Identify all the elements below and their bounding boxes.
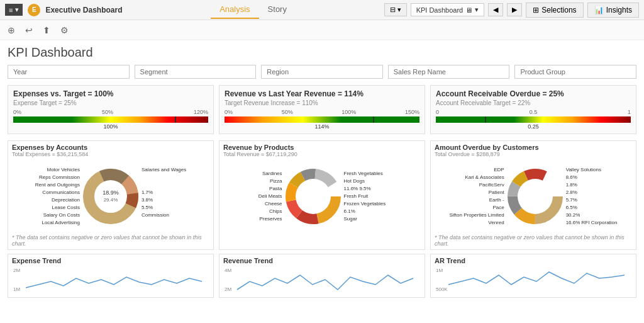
tab-story[interactable]: Story [259,1,296,19]
chart-revenue-subtitle: Total Revenue = $67,119,290 [223,151,421,157]
chart-revenue-donut: Sardines Pizza Pasta Deli Meats Cheese C… [223,159,421,234]
svg-text:1M: 1M [436,268,443,273]
toolbar-left: ≡ ▾ E Executive Dashboard [5,4,122,16]
nav-back-button[interactable]: ◀ [488,3,503,16]
filter-year[interactable]: Year [8,65,130,79]
menu-arrow: ▾ [15,6,19,14]
filter-row: Year Segment Region Sales Rep Name Produ… [8,65,636,79]
svg-text:1M: 1M [13,286,20,292]
trend-ar-line [448,272,625,285]
kpi-revenue-bar [225,116,419,123]
overdue-donut-svg [507,168,564,225]
export-icon[interactable]: ⬆ [40,24,53,37]
selections-grid-icon: ⊞ [533,6,539,14]
kpi-ar-title: Account Receivable Overdue = 25% [436,89,631,98]
kpi-ar-subtitle: Account Receivable Target = 22% [436,99,631,106]
tab-analysis[interactable]: Analysis [211,1,258,19]
zoom-icon[interactable]: ⊕ [5,24,18,37]
app-title: Executive Dashboard [45,6,122,14]
chart-overdue-title: Amount Overdue by Customers [435,144,632,151]
chart-expenses-subtitle: Total Expenses = $36,215,584 [12,151,209,157]
charts-section: Expenses by Accounts Total Expenses = $3… [8,140,636,250]
kpi-ar-value: 0.25 [436,123,631,130]
page-title: KPI Dashboard [8,45,636,60]
trend-expense-line [26,277,202,288]
trend-revenue: Revenue Trend 4M 2M [219,254,425,298]
settings-icon[interactable]: ⚙ [58,24,71,37]
chart-overdue-footnote: * The data set contains negative or zero… [435,234,632,247]
svg-text:29.4%: 29.4% [104,197,118,203]
trend-expense-svg: 2M 1M [12,266,209,297]
filter-segment-label: Segment [140,68,168,76]
filter-segment[interactable]: Segment [135,65,257,79]
undo-icon[interactable]: ↩ [23,24,35,37]
insights-chart-icon: 📊 [594,6,604,14]
svg-text:18.9%: 18.9% [103,190,119,196]
kpi-expenses-bar [13,116,208,123]
trend-expense: Expense Trend 2M 1M [8,254,214,298]
trends-section: Expense Trend 2M 1M Revenue Trend 4M 2M … [8,254,636,298]
kpi-revenue-labels: 0%50%100%150% [225,109,419,115]
bookmark-button[interactable]: ⊟ ▾ [384,3,407,16]
chart-overdue-subtitle: Total Overdue = $288,879 [435,151,632,157]
trend-ar: AR Trend 1M 500K [430,254,636,298]
chart-overdue-donut: EDP Kari & Associates PacificServ Patien… [435,159,632,234]
revenue-legend-left: Sardines Pizza Pasta Deli Meats Cheese C… [258,170,282,223]
svg-text:4M: 4M [225,268,231,273]
chart-revenue: Revenue by Products Total Revenue = $67,… [219,140,425,250]
svg-text:2M: 2M [225,286,231,292]
filter-year-label: Year [13,68,27,76]
selections-button[interactable]: ⊞ Selections [526,3,583,18]
trend-revenue-line [237,275,413,290]
expenses-gradient [13,116,208,123]
dashboard-name-text: KPI Dashboard [416,6,464,14]
chart-revenue-title: Revenue by Products [223,144,421,151]
expenses-marker [175,116,176,123]
nav-forward-button[interactable]: ▶ [507,3,522,16]
kpi-expenses: Expenses vs. Target = 100% Expense Targe… [8,85,214,134]
kpi-expenses-subtitle: Expense Target = 25% [13,99,208,106]
kpi-ar-labels: 00.51 [436,109,631,115]
kpi-expenses-title: Expenses vs. Target = 100% [13,89,208,98]
secondary-toolbar: ⊕ ↩ ⬆ ⚙ [0,20,644,40]
kpi-expenses-value: 100% [13,123,208,130]
bookmark-arrow: ▾ [397,6,401,14]
menu-button[interactable]: ≡ ▾ [5,4,23,16]
overdue-legend-left: EDP Kari & Associates PacificServ Patien… [450,166,504,227]
revenue-legend-right: Fresh Vegetables Hot Dogs 11.6% 9.5% Fre… [344,170,386,223]
svg-point-13 [296,179,331,214]
expenses-legend-right: Salaries and Wages 1.7% 3.8% 5.5% Commis… [142,166,186,227]
ar-marker [485,116,486,123]
kpi-ar: Account Receivable Overdue = 25% Account… [430,85,636,134]
toolbar-tabs: Analysis Story [211,1,296,19]
dashboard-arrow: ▾ [475,6,479,14]
trend-revenue-svg: 4M 2M [223,266,421,297]
svg-text:2M: 2M [13,268,20,273]
filter-salesrep[interactable]: Sales Rep Name [388,65,510,79]
insights-button[interactable]: 📊 Insights [587,3,639,18]
toolbar-right: ⊟ ▾ KPI Dashboard 🖥 ▾ ◀ ▶ ⊞ Selections 📊… [384,3,639,18]
expenses-legend-left: Motor Vehicles Reps Commission Rent and … [35,166,80,227]
chart-overdue: Amount Overdue by Customers Total Overdu… [430,140,636,250]
filter-productgroup[interactable]: Product Group [514,65,636,79]
svg-text:500K: 500K [436,286,448,292]
filter-salesrep-label: Sales Rep Name [394,68,446,76]
revenue-marker [373,116,374,123]
kpi-ar-bar [436,116,631,123]
kpi-section: Expenses vs. Target = 100% Expense Targe… [8,85,636,134]
main-content: KPI Dashboard Year Segment Region Sales … [0,40,644,323]
filter-productgroup-label: Product Group [520,68,565,76]
trend-ar-svg: 1M 500K [435,266,632,297]
filter-region-label: Region [267,68,289,76]
app-icon: E [28,4,40,16]
revenue-donut-svg [285,168,341,225]
kpi-revenue-title: Revenue vs Last Year Revenue = 114% [225,89,419,98]
chart-expenses-footnote: * The data set contains negative or zero… [12,234,209,247]
trend-ar-title: AR Trend [435,257,632,264]
selections-label: Selections [541,6,576,14]
kpi-expenses-labels: 0%50%120% [13,109,208,115]
overdue-legend-right: Valley Solutions 8.6% 1.8% 2.8% 5.7% 6.5… [566,166,618,227]
main-toolbar: ≡ ▾ E Executive Dashboard Analysis Story… [0,0,644,20]
filter-region[interactable]: Region [261,65,383,79]
revenue-gradient [225,116,419,123]
